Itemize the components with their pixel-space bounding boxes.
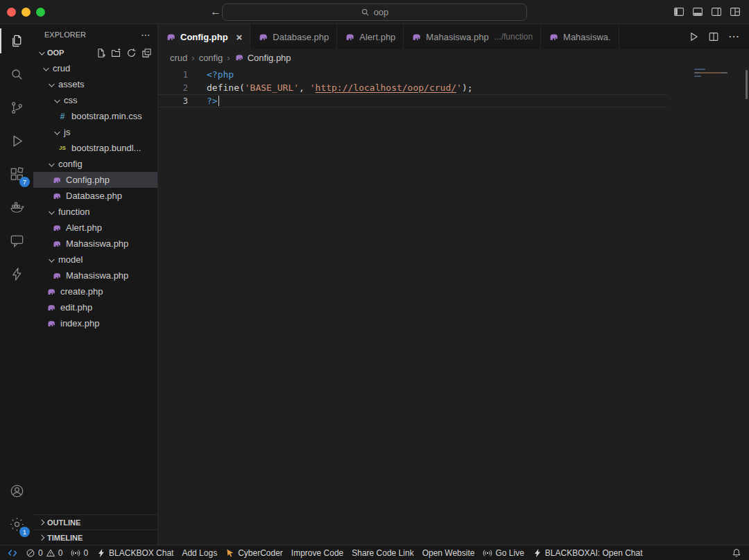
toggle-panel-button[interactable] bbox=[692, 6, 703, 17]
tree-file-mahasiswa-php[interactable]: Mahasiswa.php bbox=[33, 268, 157, 283]
tab-database-php[interactable]: Database.php bbox=[250, 24, 337, 49]
status-go-live[interactable]: Go Live bbox=[479, 545, 528, 560]
tree-folder-crud[interactable]: crud bbox=[33, 60, 157, 76]
activity-explorer[interactable] bbox=[0, 24, 33, 58]
status-cybercoder[interactable]: CyberCoder bbox=[221, 545, 287, 560]
status-text: 0 bbox=[58, 548, 63, 558]
window-controls bbox=[7, 8, 45, 17]
tree-file-edit-php[interactable]: edit.php bbox=[33, 299, 157, 315]
tree-file-database-php[interactable]: Database.php bbox=[33, 188, 157, 204]
tab-config-php[interactable]: Config.php× bbox=[158, 24, 250, 49]
activity-badge: 7 bbox=[19, 177, 30, 187]
section-outline[interactable]: OUTLINE bbox=[33, 514, 157, 530]
code-text: define('BASE_URL', 'http://localhost/oop… bbox=[207, 82, 473, 93]
tabs: Config.php×Database.phpAlert.phpMahasisw… bbox=[158, 24, 619, 49]
remote-icon bbox=[8, 548, 17, 558]
tree-file-create-php[interactable]: create.php bbox=[33, 283, 157, 299]
activity-source-control[interactable] bbox=[0, 91, 33, 124]
status-problems[interactable]: 00 bbox=[21, 545, 67, 560]
explorer-section-oop[interactable]: OOP bbox=[33, 45, 157, 60]
breadcrumb-label: config bbox=[199, 53, 223, 63]
status-add-logs[interactable]: Add Logs bbox=[178, 545, 221, 560]
split-editor-button[interactable] bbox=[708, 31, 719, 42]
status-open-website[interactable]: Open Website bbox=[418, 545, 479, 560]
toggle-secondary-sidebar-button[interactable] bbox=[711, 6, 722, 17]
tab-label: Alert.php bbox=[359, 32, 395, 42]
more-actions-button[interactable]: ⋯ bbox=[728, 31, 739, 42]
code-line[interactable]: 1<?php bbox=[158, 68, 667, 81]
back-button[interactable]: ← bbox=[210, 6, 221, 18]
tab-mahasiswa-php[interactable]: Mahasiswa.php.../function bbox=[404, 24, 541, 49]
toggle-primary-sidebar-button[interactable] bbox=[673, 6, 685, 17]
section-label: OOP bbox=[47, 49, 64, 57]
php-icon bbox=[46, 302, 57, 313]
breadcrumb-item-crud[interactable]: crud bbox=[170, 53, 187, 63]
tree-folder-model[interactable]: model bbox=[33, 252, 157, 268]
scrollbar-thumb[interactable] bbox=[746, 70, 748, 99]
code-line[interactable]: 3?> bbox=[158, 94, 667, 107]
tree-file-config-php[interactable]: Config.php bbox=[33, 172, 157, 188]
tree-file-index-php[interactable]: index.php bbox=[33, 315, 157, 331]
section-timeline[interactable]: TIMELINE bbox=[33, 530, 157, 545]
status-notifications[interactable] bbox=[728, 548, 746, 558]
run-button[interactable] bbox=[688, 31, 699, 42]
tree-folder-config[interactable]: config bbox=[33, 156, 157, 172]
tree-item-label: index.php bbox=[60, 318, 99, 329]
collapse-folders-button[interactable] bbox=[141, 48, 152, 58]
vscode-window: ← → oop 7 1 EXPLORER ⋯ OOP bbox=[0, 0, 749, 560]
tree-file-bootstrap-bundl[interactable]: JSbootstrap.bundl... bbox=[33, 140, 157, 156]
code-token: ' bbox=[310, 82, 316, 93]
activity-accounts[interactable] bbox=[0, 474, 33, 507]
close-window-button[interactable] bbox=[7, 8, 16, 17]
status-ports[interactable]: 0 bbox=[67, 545, 92, 560]
tree-file-alert-php[interactable]: Alert.php bbox=[33, 220, 157, 236]
sidebar-bottom-sections: OUTLINETIMELINE bbox=[33, 514, 157, 545]
tree-folder-assets[interactable]: assets bbox=[33, 76, 157, 92]
status-share-code-link[interactable]: Share Code Link bbox=[347, 545, 417, 560]
activity-search[interactable] bbox=[0, 58, 33, 91]
activity-settings[interactable]: 1 bbox=[0, 507, 33, 541]
status-blackboxai-open-chat[interactable]: BLACKBOXAI: Open Chat bbox=[528, 545, 647, 560]
tab-mahasiswa[interactable]: Mahasiswa. bbox=[541, 24, 619, 49]
php-icon bbox=[51, 270, 62, 281]
tree-folder-css[interactable]: css bbox=[33, 92, 157, 108]
breadcrumb-item-config-php[interactable]: Config.php bbox=[234, 53, 291, 63]
status-text: 0 bbox=[38, 548, 43, 558]
tree-folder-function[interactable]: function bbox=[33, 204, 157, 220]
tree-item-label: create.php bbox=[60, 286, 103, 297]
status-blackbox-chat[interactable]: BLACKBOX Chat bbox=[92, 545, 178, 560]
zap-icon bbox=[533, 548, 542, 558]
close-icon[interactable]: × bbox=[236, 32, 243, 42]
customize-layout-button[interactable] bbox=[730, 6, 741, 17]
refresh-explorer-button[interactable] bbox=[126, 48, 137, 58]
maximize-window-button[interactable] bbox=[36, 8, 45, 17]
new-folder-button[interactable] bbox=[111, 48, 121, 58]
broadcast-icon bbox=[71, 548, 80, 558]
tree-item-label: Config.php bbox=[66, 175, 110, 185]
code-line[interactable]: 2define('BASE_URL', 'http://localhost/oo… bbox=[158, 81, 667, 94]
tab-alert-php[interactable]: Alert.php bbox=[337, 24, 404, 49]
code-token: ); bbox=[462, 82, 473, 93]
minimize-window-button[interactable] bbox=[21, 8, 31, 17]
code-editor[interactable]: 1<?php2define('BASE_URL', 'http://localh… bbox=[158, 66, 749, 545]
explorer-icon bbox=[9, 33, 25, 49]
new-file-button[interactable] bbox=[96, 48, 106, 58]
activity-chat[interactable] bbox=[0, 224, 33, 257]
tab-label: Mahasiswa.php bbox=[426, 32, 488, 42]
activity-extensions[interactable]: 7 bbox=[0, 157, 33, 191]
tree-file-mahasiswa-php[interactable]: Mahasiswa.php bbox=[33, 236, 157, 252]
explorer-more-actions-button[interactable]: ⋯ bbox=[141, 29, 150, 40]
status-text: Add Logs bbox=[182, 548, 217, 558]
activity-docker[interactable] bbox=[0, 191, 33, 224]
workbench: 7 1 EXPLORER ⋯ OOP crudassetscss#bootstr… bbox=[0, 24, 749, 545]
tree-file-bootstrap-min-css[interactable]: #bootstrap.min.css bbox=[33, 108, 157, 124]
tree-folder-js[interactable]: js bbox=[33, 124, 157, 140]
command-center[interactable]: oop bbox=[222, 3, 527, 21]
status-remote[interactable] bbox=[3, 545, 21, 560]
status-improve-code[interactable]: Improve Code bbox=[287, 545, 347, 560]
activity-thunder-client[interactable] bbox=[0, 257, 33, 290]
breadcrumb-item-config[interactable]: config bbox=[199, 53, 223, 63]
php-icon bbox=[51, 238, 62, 250]
status-text: BLACKBOX Chat bbox=[109, 548, 173, 558]
activity-run-debug[interactable] bbox=[0, 124, 33, 157]
